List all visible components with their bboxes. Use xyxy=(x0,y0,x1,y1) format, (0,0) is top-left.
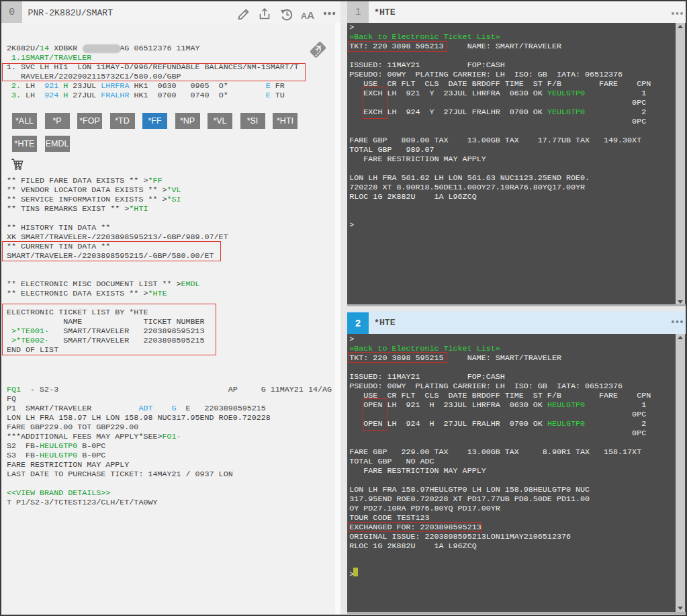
svg-text:A: A xyxy=(307,9,314,20)
svg-text:A: A xyxy=(301,11,307,20)
